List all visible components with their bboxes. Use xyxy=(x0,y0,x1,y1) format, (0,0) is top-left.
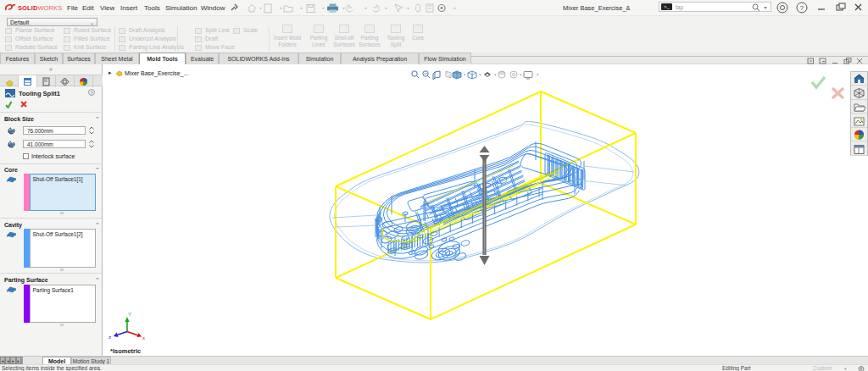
svg-text:Y: Y xyxy=(128,312,131,317)
svg-text:z: z xyxy=(108,335,111,340)
svg-text:?: ? xyxy=(800,4,804,12)
svg-text:x: x xyxy=(142,335,145,341)
